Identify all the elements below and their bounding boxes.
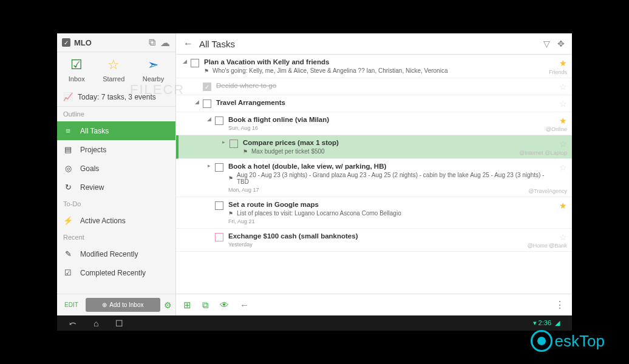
expand-icon[interactable]: ▸	[220, 139, 227, 145]
expand-icon[interactable]: ◢	[181, 58, 188, 64]
task-note: ⚑List of places to visit: Lugano Locarno…	[228, 210, 548, 217]
task-list[interactable]: ◢Plan a Vacation with Kelly and friends⚑…	[176, 55, 572, 294]
nav-active-actions[interactable]: ⚡ Active Actions	[57, 211, 175, 230]
app-logo-icon: ✓	[62, 38, 70, 47]
sidebar-header: ✓ MLO ⧉ ☁	[57, 33, 175, 52]
task-title: Book a hotel (double, lake view, w/ park…	[228, 163, 548, 170]
task-title: Set a route in Google maps	[228, 201, 548, 208]
task-title: Book a flight online (via Milan)	[228, 116, 548, 123]
task-checkbox[interactable]: ✓	[203, 83, 211, 91]
edit-button[interactable]: EDIT	[61, 299, 82, 311]
nav-review[interactable]: ↻ Review	[57, 178, 175, 197]
note-icon: ⚑	[228, 175, 233, 181]
projects-icon: ▤	[63, 145, 73, 154]
star-icon[interactable]: ☆	[559, 82, 567, 92]
note-icon: ⚑	[228, 211, 233, 217]
tab-starred-label: Starred	[103, 75, 124, 83]
star-icon[interactable]: ★	[559, 116, 567, 126]
target-icon: ◎	[63, 164, 73, 173]
add-to-inbox-button[interactable]: ⊕ Add to Inbox	[86, 298, 160, 312]
cloud-icon[interactable]: ☁	[160, 37, 171, 48]
nav-recent-icon[interactable]: ☐	[115, 318, 123, 328]
main-footer: ⊞ ⧉ 👁 ← ⋮	[176, 294, 572, 315]
star-icon[interactable]: ★	[559, 58, 567, 68]
task-row[interactable]: ◢Book a flight online (via Milan)Sun, Au…	[176, 112, 572, 135]
actions-icon: ⚡	[63, 216, 73, 225]
tab-inbox[interactable]: ☑ Inbox	[69, 57, 85, 83]
copy-icon[interactable]: ⧉	[146, 37, 157, 48]
task-title: Decide where to go	[216, 82, 548, 89]
task-checkbox[interactable]	[215, 233, 223, 241]
nav-back-icon[interactable]: ⤺	[69, 318, 76, 328]
task-row[interactable]: ▸Compare prices (max 1 stop)⚑Max budget …	[176, 135, 572, 159]
task-tags: @Online	[546, 126, 567, 132]
star-icon[interactable]: ☆	[559, 139, 567, 149]
desktop-watermark-logo: eskTop	[531, 330, 605, 352]
nav-goals-label: Goals	[80, 164, 99, 173]
list-icon: ≡	[63, 126, 73, 135]
note-icon: ⚑	[243, 149, 248, 155]
task-checkbox[interactable]	[215, 163, 223, 172]
nav-completed-recently[interactable]: ☑ Completed Recently	[57, 263, 175, 282]
review-icon: ↻	[63, 183, 73, 192]
task-tags: Friends	[549, 69, 567, 75]
nav-goals[interactable]: ◎ Goals	[57, 159, 175, 178]
task-row[interactable]: Set a route in Google maps⚑List of place…	[176, 197, 572, 229]
task-checkbox[interactable]	[191, 59, 199, 67]
task-checkbox[interactable]	[203, 99, 211, 108]
nav-modified-recently[interactable]: ✎ Modified Recently	[57, 244, 175, 263]
task-checkbox[interactable]	[229, 140, 238, 148]
task-date: Fri, Aug 21	[228, 218, 548, 224]
task-date: Yesterday	[228, 241, 548, 248]
tab-starred[interactable]: ☆ Starred	[103, 57, 124, 83]
more-icon[interactable]: ⋮	[555, 299, 565, 311]
star-icon[interactable]: ☆	[559, 163, 567, 172]
task-checkbox[interactable]	[215, 201, 223, 210]
nav-all-tasks[interactable]: ≡ All Tasks	[57, 121, 175, 140]
sidebar-footer: EDIT ⊕ Add to Inbox ⚙	[57, 294, 175, 315]
section-outline: Outline	[57, 107, 175, 121]
nav-modified-label: Modified Recently	[80, 250, 138, 258]
task-title: Travel Arrangements	[216, 99, 548, 106]
tab-nearby[interactable]: ➣ Nearby	[143, 57, 164, 83]
back-icon[interactable]: ←	[183, 38, 193, 49]
eye-icon[interactable]: 👁	[220, 300, 229, 310]
nav-projects[interactable]: ▤ Projects	[57, 140, 175, 159]
star-icon[interactable]: ★	[559, 201, 567, 211]
gear-icon[interactable]: ⚙	[164, 300, 172, 310]
expand-icon[interactable]: ▸	[205, 163, 212, 169]
move-icon[interactable]: ✥	[557, 39, 565, 49]
chart-icon: 📈	[63, 92, 73, 101]
star-icon: ☆	[107, 57, 120, 73]
wifi-icon: ◢	[555, 319, 560, 327]
today-row[interactable]: 📈 Today: 7 tasks, 3 events	[57, 87, 175, 107]
task-row[interactable]: ◢Travel Arrangements☆	[176, 95, 572, 112]
task-row[interactable]: ◢Plan a Vacation with Kelly and friends⚑…	[176, 55, 572, 78]
star-icon[interactable]: ☆	[559, 99, 567, 109]
android-navbar: ⤺ ⌂ ☐ ▾ 2:36 ◢	[57, 315, 572, 331]
page-title: All Tasks	[199, 39, 536, 49]
filter-icon[interactable]: ▽	[543, 39, 550, 49]
expand-icon[interactable]: ◢	[205, 116, 212, 122]
task-row[interactable]: ▸Book a hotel (double, lake view, w/ par…	[176, 159, 572, 197]
task-checkbox[interactable]	[215, 116, 223, 125]
task-row[interactable]: Exchange $100 cash (small banknotes)Yest…	[176, 229, 572, 252]
nav-home-icon[interactable]: ⌂	[93, 318, 98, 328]
main-header: ← All Tasks ▽ ✥	[176, 33, 572, 55]
tab-nearby-label: Nearby	[143, 75, 164, 83]
task-date: Mon, Aug 17	[228, 187, 548, 193]
task-tags: @Home @Bank	[528, 243, 567, 249]
expand-icon[interactable]: ◢	[193, 99, 200, 105]
section-recent: Recent	[57, 230, 175, 244]
add-subtask-icon[interactable]: ⧉	[202, 300, 209, 311]
add-icon: ⊕	[102, 302, 107, 308]
task-note: ⚑Aug 20 - Aug 23 (3 nights) - Grand plaz…	[228, 172, 548, 185]
star-icon[interactable]: ☆	[559, 232, 567, 242]
modified-icon: ✎	[63, 249, 73, 258]
main-panel: ← All Tasks ▽ ✥ ◢Plan a Vacation with Ke…	[176, 33, 572, 315]
add-task-icon[interactable]: ⊞	[183, 300, 191, 311]
back-arrow-icon[interactable]: ←	[240, 300, 249, 310]
task-row[interactable]: ✓Decide where to go☆	[176, 78, 572, 95]
app-name: MLO	[74, 38, 144, 47]
section-todo: To-Do	[57, 197, 175, 211]
